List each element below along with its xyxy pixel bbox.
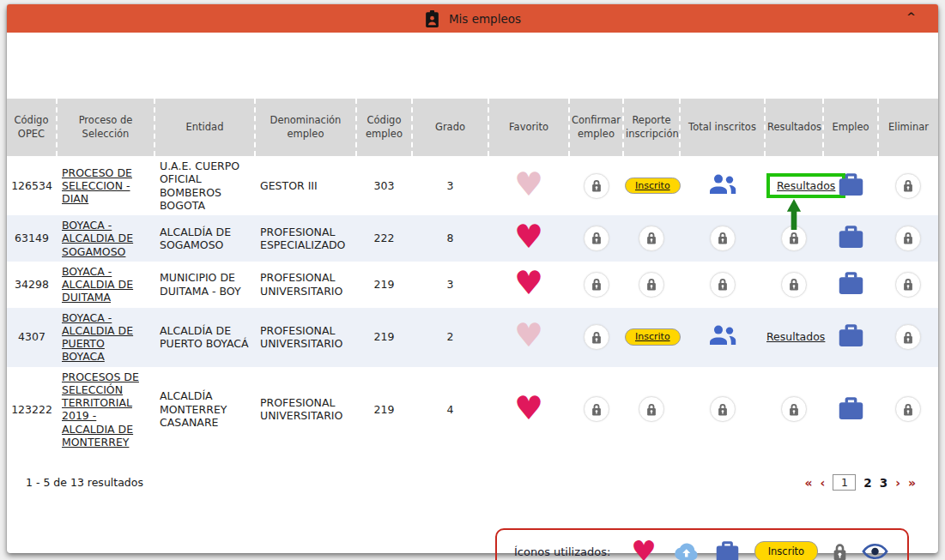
cell-favorito: ♥ — [488, 262, 569, 308]
cell-total-inscritos — [680, 262, 765, 308]
proceso-link[interactable]: PROCESOS DE SELECCIÓN TERRITORIAL 2019 -… — [62, 370, 139, 449]
cell-confirmar — [569, 262, 623, 308]
lock-icon — [781, 396, 807, 422]
panel-body: Código OPECProceso de SelecciónEntidadDe… — [7, 99, 938, 560]
cell-denominacion: PROFESIONAL UNIVERSITARIO — [255, 367, 356, 453]
pager-current-page[interactable]: 1 — [833, 474, 856, 491]
cell-total-inscritos — [680, 215, 765, 262]
cell-favorito: ♥ — [488, 308, 569, 367]
cell-grado: 3 — [412, 156, 488, 215]
people-group-icon[interactable] — [708, 325, 737, 346]
lock-icon — [584, 173, 609, 199]
pager-page-2[interactable]: 2 — [863, 476, 871, 490]
favorite-heart-icon[interactable]: ♥ — [514, 397, 543, 419]
collapse-chevron-icon[interactable]: ^ — [906, 10, 916, 23]
cell-codigo-empleo: 303 — [356, 156, 412, 215]
cell-total-inscritos — [680, 367, 765, 453]
cell-grado: 8 — [412, 215, 488, 262]
column-header-favorito: Favorito — [488, 99, 569, 156]
pager-page-3[interactable]: 3 — [880, 476, 887, 490]
legend-label: Íconos utilizados: — [514, 545, 610, 558]
favorite-heart-icon[interactable]: ♥ — [514, 173, 543, 196]
column-header-total_inscritos: Total inscritos — [680, 99, 765, 156]
legend-box: Íconos utilizados: ♥Inscrito — [495, 528, 909, 560]
briefcase-icon[interactable] — [838, 271, 864, 295]
column-header-entidad: Entidad — [154, 99, 255, 156]
legend-icons: ♥Inscrito — [631, 540, 888, 560]
jobs-table: Código OPECProceso de SelecciónEntidadDe… — [7, 99, 938, 452]
column-header-codigo_opec: Código OPEC — [7, 99, 57, 156]
cell-codigo-empleo: 219 — [356, 262, 412, 308]
cell-entidad: ALCALDÍA DE PUERTO BOYACÁ — [154, 308, 255, 367]
column-header-denominacion: Denominación empleo — [255, 99, 356, 156]
proceso-link[interactable]: BOYACA - ALCALDIA DE SOGAMOSO — [62, 219, 133, 258]
lock-icon — [584, 324, 609, 350]
cell-denominacion: PROFESIONAL UNIVERSITARIO — [255, 262, 356, 308]
column-header-eliminar: Eliminar — [878, 99, 938, 156]
lock-icon — [584, 226, 609, 251]
briefcase-icon[interactable] — [838, 323, 864, 347]
lock-icon — [833, 543, 847, 560]
column-header-codigo_empleo: Código empleo — [356, 99, 412, 156]
cell-entidad: ALCALDÍA MONTERREY CASANARE — [154, 367, 255, 453]
cell-empleo — [823, 262, 878, 308]
page-background: { "colors": { "topbar-bg": "#DB5434", "h… — [0, 0, 945, 560]
cell-total-inscritos — [680, 156, 765, 215]
cell-reporte: Inscrito — [623, 156, 680, 215]
lock-icon — [639, 272, 664, 298]
lock-icon — [895, 173, 921, 199]
pager-next-icon[interactable]: › — [895, 476, 900, 490]
lock-icon — [895, 272, 921, 298]
cell-denominacion: PROFESIONAL UNIVERSITARIO — [255, 308, 356, 367]
cell-confirmar — [569, 215, 623, 262]
inscrito-badge[interactable]: Inscrito — [625, 328, 681, 345]
proceso-link[interactable]: PROCESO DE SELECCION - DIAN — [62, 166, 132, 206]
cell-reporte — [623, 367, 680, 453]
annotation-arrow-icon — [787, 199, 802, 230]
briefcase-icon[interactable] — [838, 172, 864, 196]
resultados-link[interactable]: Resultados — [766, 330, 825, 343]
cell-favorito: ♥ — [488, 156, 569, 215]
cell-resultados — [765, 367, 823, 453]
favorite-heart-icon[interactable]: ♥ — [514, 324, 543, 346]
lock-icon — [710, 396, 736, 422]
favorite-heart-icon[interactable]: ♥ — [514, 272, 543, 294]
proceso-link[interactable]: BOYACA - ALCALDIA DE PUERTO BOYACA — [62, 311, 133, 364]
lock-icon — [710, 226, 736, 251]
cell-proceso: PROCESO DE SELECCION - DIAN — [57, 156, 154, 215]
cell-eliminar — [878, 215, 938, 262]
inscrito-badge[interactable]: Inscrito — [625, 178, 681, 194]
table-row: 126534PROCESO DE SELECCION - DIANU.A.E. … — [7, 156, 938, 215]
lock-icon — [584, 272, 609, 298]
favorite-heart-icon[interactable]: ♥ — [514, 226, 543, 248]
column-header-empleo: Empleo — [823, 99, 878, 156]
cell-eliminar — [878, 156, 938, 215]
pager-last-icon[interactable]: » — [908, 476, 916, 490]
cloud-upload-icon — [671, 542, 700, 560]
cell-eliminar — [878, 367, 938, 453]
cell-entidad: U.A.E. CUERPO OFICIAL BOMBEROS BOGOTA — [154, 156, 255, 215]
cell-confirmar — [569, 156, 623, 215]
lock-icon — [710, 272, 736, 298]
briefcase-icon[interactable] — [838, 225, 864, 249]
lock-icon — [639, 396, 664, 422]
cell-confirmar — [569, 308, 623, 367]
results-summary: 1 - 5 de 13 resultados — [26, 476, 143, 489]
eye-icon — [862, 543, 888, 560]
panel-header: Mis empleos ^ — [7, 4, 938, 33]
results-meta-row: 1 - 5 de 13 resultados «‹123›» — [26, 474, 916, 491]
briefcase-icon[interactable] — [838, 396, 864, 420]
cell-grado: 4 — [412, 367, 488, 453]
cell-reporte: Inscrito — [623, 308, 680, 367]
lock-icon — [781, 272, 807, 298]
mis-empleos-panel: Mis empleos ^ Código OPECProceso de Sele… — [7, 4, 938, 553]
cell-reporte — [623, 262, 680, 308]
proceso-link[interactable]: BOYACA - ALCALDIA DE DUITAMA — [62, 265, 133, 304]
people-group-icon[interactable] — [708, 174, 737, 195]
id-badge-icon — [424, 9, 440, 28]
cell-grado: 3 — [412, 262, 488, 308]
table-row: 4307BOYACA - ALCALDIA DE PUERTO BOYACAAL… — [7, 308, 938, 367]
pager-first-icon[interactable]: « — [805, 476, 813, 490]
lock-icon — [895, 396, 921, 422]
pager-prev-icon[interactable]: ‹ — [821, 476, 826, 490]
